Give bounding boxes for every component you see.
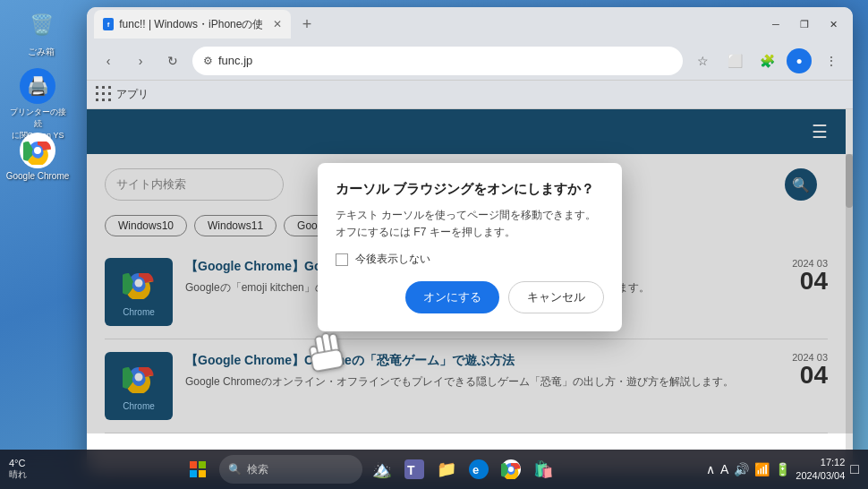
clock-date: 2024/03/04 [796,469,845,483]
modal-dialog: カーソル ブラウジングをオンにしますか？ テキスト カーソルを使ってページ間を移… [318,163,622,331]
taskbar-photo-button[interactable]: 🏔️ [368,455,396,484]
menu-button[interactable]: ⋮ [819,48,844,73]
taskbar-clock[interactable]: 17:12 2024/03/04 [796,456,845,484]
back-button[interactable]: ‹ [96,48,121,73]
taskbar-store-button[interactable]: 🛍️ [529,455,557,484]
network-icon[interactable]: 📶 [754,462,770,476]
browser-window: f func!! | Windows・iPhoneの使い... ✕ + ─ ❐ … [87,7,853,473]
tab-title: func!! | Windows・iPhoneの使い... [119,17,262,32]
modal-overlay: カーソル ブラウジングをオンにしますか？ テキスト カーソルを使ってページ間を移… [87,109,853,433]
modal-confirm-button[interactable]: オンにする [405,281,499,313]
svg-text:T: T [407,463,415,477]
svg-rect-17 [199,470,206,477]
modal-checkbox-label: 今後表示しない [355,252,430,267]
new-tab-button[interactable]: + [294,12,319,37]
refresh-button[interactable]: ↻ [160,48,185,73]
weather-temp: 4°C [9,458,25,468]
modal-checkbox-row: 今後表示しない [336,252,604,267]
taskbar-center: 🔍 検索 🏔️ T 📁 e [39,453,701,485]
tab-favicon: f [103,18,114,30]
taskbar: 4°C 晴れ 🔍 検索 🏔️ [0,450,868,489]
secure-icon: ⚙ [203,55,213,67]
extensions-button[interactable]: 🧩 [754,48,779,73]
svg-text:e: e [472,463,479,476]
desktop-icon-chrome2[interactable]: Google Chrome [9,133,66,181]
battery-icon[interactable]: 🔋 [775,462,790,476]
tab-close-button[interactable]: ✕ [273,18,282,30]
apps-grid-icon [96,86,113,103]
weather-widget: 4°C 晴れ [9,458,27,481]
webpage-inner: ☰ サイト内検索 🔍 Windows10 Windows11 Google Ch… [87,109,853,433]
desktop-icon-trash[interactable]: 🗑️ ごみ箱 [13,7,70,58]
chrome-icon [20,133,55,168]
search-icon: 🔍 [228,463,242,476]
svg-point-24 [508,467,514,472]
browser-tab[interactable]: f func!! | Windows・iPhoneの使い... ✕ [94,10,291,39]
chrome-printer-icon: 🖨️ [20,68,55,104]
webpage: ☰ サイト内検索 🔍 Windows10 Windows11 Google Ch… [87,109,853,473]
taskbar-search-placeholder: 検索 [247,462,268,477]
profile-button[interactable]: ● [787,48,812,73]
tab-area: f func!! | Windows・iPhoneの使い... ✕ + [94,10,760,39]
taskbar-apps: 🏔️ T 📁 e [368,455,557,484]
trash-icon: 🗑️ [23,7,59,43]
svg-rect-16 [190,470,197,477]
volume-icon[interactable]: 🔊 [734,462,749,476]
maximize-button[interactable]: ❐ [792,12,817,37]
address-bar: ‹ › ↻ ⚙ func.jp ☆ ⬜ 🧩 ● ⋮ [87,41,853,81]
svg-rect-15 [199,461,206,468]
taskbar-edge-button[interactable]: e [464,455,493,484]
system-icons: ∧ A 🔊 📶 🔋 [706,462,790,476]
bookmark-button[interactable]: ☆ [690,48,715,73]
window-controls: ─ ❐ ✕ [763,12,846,37]
taskbar-teams-button[interactable]: T [400,455,429,484]
trash-label: ごみ箱 [28,46,55,58]
notification-icon[interactable]: □ [850,461,859,477]
share-button[interactable]: ⬜ [722,48,747,73]
title-bar: f func!! | Windows・iPhoneの使い... ✕ + ─ ❐ … [87,7,853,41]
svg-rect-14 [190,461,197,468]
apps-bar: アプリ [87,81,853,109]
text-size-icon[interactable]: A [720,462,728,476]
taskbar-right: ∧ A 🔊 📶 🔋 17:12 2024/03/04 □ [706,456,859,484]
modal-title: カーソル ブラウジングをオンにしますか？ [336,181,604,198]
start-button[interactable] [182,453,214,485]
chevron-up-icon[interactable]: ∧ [706,462,715,476]
taskbar-chrome-button[interactable] [497,455,525,484]
taskbar-explorer-button[interactable]: 📁 [432,455,461,484]
modal-checkbox[interactable] [336,253,348,266]
url-input[interactable]: ⚙ func.jp [192,47,683,75]
minimize-button[interactable]: ─ [763,12,788,37]
desktop: 🗑️ ごみ箱 🖨️ プリンターの接続に関Canon YSS... Google … [0,0,868,489]
modal-cancel-button[interactable]: キャンセル [508,281,604,313]
forward-button[interactable]: › [128,48,153,73]
clock-time: 17:12 [796,456,845,469]
taskbar-search[interactable]: 🔍 検索 [219,455,362,484]
modal-buttons: オンにする キャンセル [336,281,604,313]
chrome-label: Google Chrome [6,171,70,181]
weather-desc: 晴れ [9,468,27,481]
close-button[interactable]: ✕ [821,12,846,37]
url-text: func.jp [218,54,252,67]
svg-point-2 [34,147,41,154]
apps-button[interactable]: アプリ [96,86,149,103]
modal-description: テキスト カーソルを使ってページ間を移動できます。オフにするには F7 キーを押… [336,207,604,241]
apps-label: アプリ [116,87,149,102]
